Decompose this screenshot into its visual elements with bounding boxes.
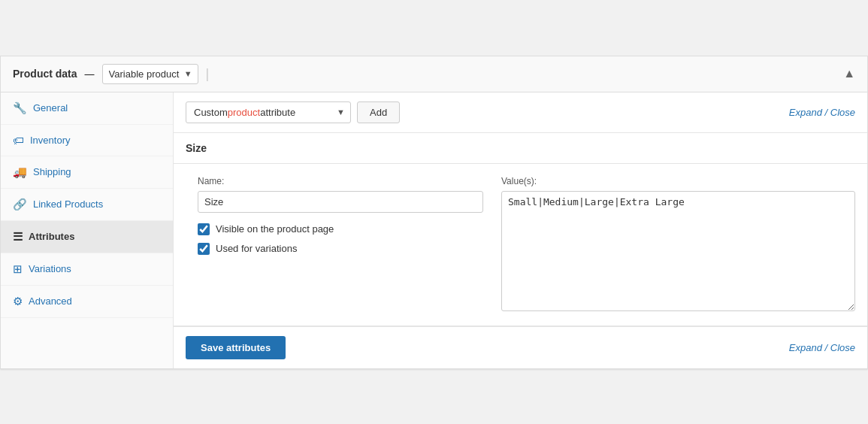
sidebar-item-general[interactable]: 🔧 General <box>1 92 173 125</box>
list-icon: ☰ <box>13 230 23 244</box>
sidebar-label-general: General <box>33 102 68 114</box>
tag-icon: 🏷 <box>13 134 24 147</box>
expand-close-top-link[interactable]: Expand / Close <box>789 107 855 118</box>
sidebar-item-shipping[interactable]: 🚚 Shipping <box>1 156 173 189</box>
grid-icon: ⊞ <box>13 262 23 276</box>
product-type-select-wrapper[interactable]: Variable product ▼ <box>102 64 198 84</box>
variations-label: Used for variations <box>216 243 297 254</box>
visible-checkbox[interactable] <box>198 223 210 235</box>
sidebar-item-inventory[interactable]: 🏷 Inventory <box>1 125 173 156</box>
sidebar-label-shipping: Shipping <box>33 166 71 177</box>
attr-toolbar: Custom product attribute ▼ Add Expand / … <box>174 92 867 133</box>
link-icon: 🔗 <box>13 198 27 211</box>
product-type-select[interactable]: Variable product <box>102 64 198 84</box>
expand-close-bottom-link[interactable]: Expand / Close <box>789 342 855 353</box>
attribute-left-col: Name: Visible on the product page Used f… <box>198 176 483 313</box>
values-label: Value(s): <box>501 176 855 186</box>
attr-dropdown-wrapper[interactable]: Custom product attribute ▼ <box>186 101 351 123</box>
attribute-section: Size Name: Visible on the product page U… <box>174 133 867 326</box>
variations-row: Used for variations <box>198 243 483 255</box>
attr-dropdown-text-1: Custom <box>194 107 228 118</box>
name-label: Name: <box>198 176 483 186</box>
panel-body: 🔧 General 🏷 Inventory 🚚 Shipping 🔗 Linke… <box>1 92 867 368</box>
sidebar-item-advanced[interactable]: ⚙ Advanced <box>1 286 173 318</box>
visible-row: Visible on the product page <box>198 223 483 235</box>
sidebar-label-linked: Linked Products <box>33 198 103 210</box>
gear-icon: ⚙ <box>13 295 23 308</box>
name-input[interactable] <box>198 191 483 213</box>
sidebar-label-inventory: Inventory <box>30 135 70 146</box>
panel-title: Product data <box>13 68 77 80</box>
visible-label: Visible on the product page <box>216 223 334 235</box>
attribute-section-title: Size <box>174 133 867 164</box>
attribute-right-col: Value(s): Small|Medium|Large|Extra Large <box>501 176 855 313</box>
sidebar-label-attributes: Attributes <box>29 231 74 242</box>
sidebar-label-variations: Variations <box>29 263 71 274</box>
sidebar-item-attributes[interactable]: ☰ Attributes <box>1 221 173 253</box>
wrench-icon: 🔧 <box>13 101 27 115</box>
product-data-panel: Product data — Variable product ▼ | ▲ 🔧 … <box>0 56 868 369</box>
attribute-fields: Name: Visible on the product page Used f… <box>174 164 867 326</box>
sidebar-item-linked-products[interactable]: 🔗 Linked Products <box>1 189 173 221</box>
attr-dropdown-text-3: attribute <box>260 107 295 118</box>
attr-footer: Save attributes Expand / Close <box>174 326 867 368</box>
attr-dropdown-display[interactable]: Custom product attribute <box>186 101 351 123</box>
collapse-icon[interactable]: ▲ <box>843 67 855 80</box>
sidebar-label-advanced: Advanced <box>29 295 72 307</box>
save-attributes-button[interactable]: Save attributes <box>186 336 286 359</box>
truck-icon: 🚚 <box>13 165 27 179</box>
attr-dropdown-text-2: product <box>228 107 260 118</box>
panel-header: Product data — Variable product ▼ | ▲ <box>1 56 867 92</box>
panel-title-dash: — <box>85 68 95 80</box>
separator: | <box>206 66 210 82</box>
sidebar-item-variations[interactable]: ⊞ Variations <box>1 253 173 286</box>
add-attribute-button[interactable]: Add <box>357 101 400 123</box>
sidebar: 🔧 General 🏷 Inventory 🚚 Shipping 🔗 Linke… <box>1 92 174 368</box>
main-content: Custom product attribute ▼ Add Expand / … <box>174 92 867 368</box>
variations-checkbox[interactable] <box>198 243 210 255</box>
values-textarea[interactable]: Small|Medium|Large|Extra Large <box>501 191 855 311</box>
